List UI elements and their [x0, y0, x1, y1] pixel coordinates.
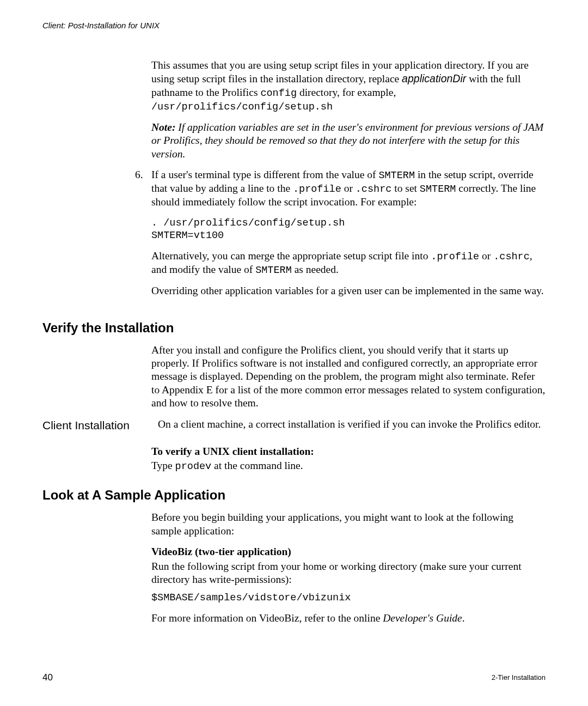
text: or	[479, 250, 493, 261]
text: Alternatively, you can merge the appropr…	[151, 250, 431, 261]
text: or	[341, 182, 356, 194]
text: to set	[391, 182, 419, 194]
text: .	[462, 612, 465, 624]
page-content: This assumes that you are using setup sc…	[42, 59, 546, 633]
note-label: Note:	[151, 121, 175, 133]
step-6: 6. If a user's terminal type is differen…	[135, 168, 546, 306]
intro-paragraph: This assumes that you are using setup sc…	[151, 59, 546, 113]
cshrc-token-2: .cshrc	[493, 251, 530, 263]
videobiz-paragraph: Run the following script from your home …	[151, 560, 546, 587]
text: directory, for example,	[297, 87, 396, 98]
note-text: If application variables are set in the …	[151, 121, 543, 160]
step-number: 6.	[135, 168, 151, 306]
setup-path: /usr/prolifics/config/setup.sh	[151, 101, 333, 113]
application-dir-token: applicationDir	[402, 72, 466, 84]
page-number: 40	[42, 672, 53, 683]
profile-token: .profile	[293, 184, 341, 195]
cshrc-token: .cshrc	[356, 184, 392, 195]
override-paragraph: Overriding other application variables f…	[151, 284, 546, 297]
config-token: config	[260, 88, 297, 99]
footer-title: 2-Tier Installation	[492, 673, 546, 682]
side-heading-client-installation: Client Installation	[42, 418, 158, 439]
text: as needed.	[292, 264, 339, 275]
text: at the command line.	[211, 460, 303, 471]
verify-paragraph: After you install and configure the Prol…	[151, 344, 546, 410]
step-text: If a user's terminal type is different f…	[151, 168, 546, 209]
smterm-token-3: SMTERM	[255, 265, 292, 276]
smterm-token: SMTERM	[378, 170, 415, 181]
running-header: Client: Post-Installation for UNIX	[42, 21, 160, 31]
videobiz-subhead: VideoBiz (two-tier application)	[151, 545, 546, 558]
heading-sample-app: Look at A Sample Application	[42, 487, 546, 503]
profile-token-2: .profile	[431, 251, 479, 263]
text: Type	[151, 460, 175, 471]
heading-verify: Verify the Installation	[42, 320, 546, 336]
smterm-token-2: SMTERM	[420, 184, 456, 195]
verify-command-paragraph: Type prodev at the command line.	[151, 459, 546, 473]
text: If a user's terminal type is different f…	[151, 169, 378, 180]
client-install-paragraph: On a client machine, a correct installat…	[158, 418, 546, 431]
note-paragraph: Note: If application variables are set i…	[151, 121, 546, 161]
verify-subhead: To verify a UNIX client installation:	[151, 445, 546, 458]
text: For more information on VideoBiz, refer …	[151, 612, 383, 624]
code-block-vbizunix: $SMBASE/samples/vidstore/vbizunix	[151, 592, 546, 604]
developers-guide-ref: Developer's Guide	[383, 612, 462, 624]
code-block-setup: . /usr/prolifics/config/setup.sh SMTERM=…	[151, 217, 546, 242]
alt-paragraph: Alternatively, you can merge the appropr…	[151, 249, 546, 277]
more-info-paragraph: For more information on VideoBiz, refer …	[151, 612, 546, 625]
prodev-token: prodev	[175, 461, 212, 472]
sample-intro-paragraph: Before you begin building your applicati…	[151, 511, 546, 538]
client-installation-row: Client Installation On a client machine,…	[42, 418, 546, 439]
